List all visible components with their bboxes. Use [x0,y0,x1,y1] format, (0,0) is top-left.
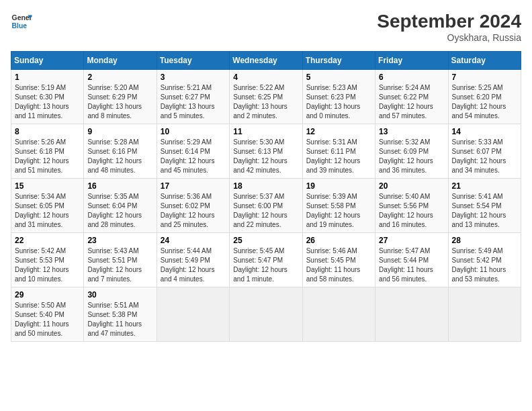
day-info: Sunrise: 5:46 AMSunset: 5:45 PMDaylight:… [306,246,371,284]
col-sunday: Sunday [11,52,84,70]
day-number: 22 [15,236,80,245]
page-header: General Blue September 2024 Oyskhara, Ru… [11,11,521,43]
table-row: 27Sunrise: 5:47 AMSunset: 5:44 PMDayligh… [375,233,448,287]
day-info: Sunrise: 5:40 AMSunset: 5:56 PMDaylight:… [379,192,444,230]
table-row: 18Sunrise: 5:37 AMSunset: 6:00 PMDayligh… [230,179,302,233]
table-row: 28Sunrise: 5:49 AMSunset: 5:42 PMDayligh… [448,233,521,287]
day-number: 19 [306,181,371,191]
table-row: 25Sunrise: 5:45 AMSunset: 5:47 PMDayligh… [230,233,302,287]
calendar-table: Sunday Monday Tuesday Wednesday Thursday… [11,51,521,342]
day-info: Sunrise: 5:33 AMSunset: 6:07 PMDaylight:… [452,138,517,175]
calendar-week-5: 29Sunrise: 5:50 AMSunset: 5:40 PMDayligh… [11,287,521,342]
calendar-week-1: 1Sunrise: 5:19 AMSunset: 6:30 PMDaylight… [11,70,521,124]
table-row: 17Sunrise: 5:36 AMSunset: 6:02 PMDayligh… [157,179,229,233]
col-saturday: Saturday [448,52,521,70]
day-info: Sunrise: 5:49 AMSunset: 5:42 PMDaylight:… [452,246,517,284]
day-number: 23 [87,236,152,245]
calendar-week-3: 15Sunrise: 5:34 AMSunset: 6:05 PMDayligh… [11,179,521,233]
table-row [302,287,375,342]
day-number: 21 [452,181,517,191]
day-number: 5 [306,73,371,82]
col-tuesday: Tuesday [157,52,229,70]
day-info: Sunrise: 5:28 AMSunset: 6:16 PMDaylight:… [87,138,152,175]
table-row: 2Sunrise: 5:20 AMSunset: 6:29 PMDaylight… [84,70,157,124]
table-row: 8Sunrise: 5:26 AMSunset: 6:18 PMDaylight… [11,124,84,179]
table-row: 30Sunrise: 5:51 AMSunset: 5:38 PMDayligh… [84,287,157,342]
table-row: 9Sunrise: 5:28 AMSunset: 6:16 PMDaylight… [84,124,157,179]
table-row: 12Sunrise: 5:31 AMSunset: 6:11 PMDayligh… [302,124,375,179]
table-row: 3Sunrise: 5:21 AMSunset: 6:27 PMDaylight… [157,70,229,124]
table-row: 22Sunrise: 5:42 AMSunset: 5:53 PMDayligh… [11,233,84,287]
table-row: 13Sunrise: 5:32 AMSunset: 6:09 PMDayligh… [375,124,448,179]
day-number: 26 [306,236,371,245]
day-info: Sunrise: 5:22 AMSunset: 6:25 PMDaylight:… [233,83,298,121]
day-number: 15 [15,181,80,191]
table-row: 21Sunrise: 5:41 AMSunset: 5:54 PMDayligh… [448,179,521,233]
day-info: Sunrise: 5:45 AMSunset: 5:47 PMDaylight:… [233,246,298,284]
calendar-week-4: 22Sunrise: 5:42 AMSunset: 5:53 PMDayligh… [11,233,521,287]
day-number: 3 [161,73,226,82]
day-info: Sunrise: 5:37 AMSunset: 6:00 PMDaylight:… [233,192,298,230]
table-row [157,287,229,342]
day-number: 17 [161,181,226,191]
day-info: Sunrise: 5:21 AMSunset: 6:27 PMDaylight:… [161,83,226,121]
table-row: 19Sunrise: 5:39 AMSunset: 5:58 PMDayligh… [302,179,375,233]
day-number: 27 [379,236,444,245]
day-number: 9 [87,127,152,136]
day-info: Sunrise: 5:30 AMSunset: 6:13 PMDaylight:… [233,138,298,175]
day-info: Sunrise: 5:26 AMSunset: 6:18 PMDaylight:… [15,138,80,175]
month-title: September 2024 [377,11,521,32]
table-row: 16Sunrise: 5:35 AMSunset: 6:04 PMDayligh… [84,179,157,233]
calendar-week-2: 8Sunrise: 5:26 AMSunset: 6:18 PMDaylight… [11,124,521,179]
table-row: 15Sunrise: 5:34 AMSunset: 6:05 PMDayligh… [11,179,84,233]
day-info: Sunrise: 5:24 AMSunset: 6:22 PMDaylight:… [379,83,444,121]
day-number: 10 [161,127,226,136]
day-number: 30 [87,290,152,300]
table-row: 1Sunrise: 5:19 AMSunset: 6:30 PMDaylight… [11,70,84,124]
col-friday: Friday [375,52,448,70]
day-number: 2 [87,73,152,82]
day-info: Sunrise: 5:29 AMSunset: 6:14 PMDaylight:… [161,138,226,175]
table-row: 29Sunrise: 5:50 AMSunset: 5:40 PMDayligh… [11,287,84,342]
day-number: 20 [379,181,444,191]
table-row: 4Sunrise: 5:22 AMSunset: 6:25 PMDaylight… [230,70,302,124]
day-info: Sunrise: 5:19 AMSunset: 6:30 PMDaylight:… [15,83,80,121]
table-row: 14Sunrise: 5:33 AMSunset: 6:07 PMDayligh… [448,124,521,179]
day-number: 16 [87,181,152,191]
day-number: 11 [233,127,298,136]
day-info: Sunrise: 5:42 AMSunset: 5:53 PMDaylight:… [15,246,80,284]
title-block: September 2024 Oyskhara, Russia [377,11,521,43]
day-number: 7 [452,73,517,82]
day-number: 4 [233,73,298,82]
day-info: Sunrise: 5:23 AMSunset: 6:23 PMDaylight:… [306,83,371,121]
table-row: 10Sunrise: 5:29 AMSunset: 6:14 PMDayligh… [157,124,229,179]
logo-icon: General Blue [11,11,32,32]
day-number: 1 [15,73,80,82]
day-number: 24 [161,236,226,245]
table-row [230,287,302,342]
day-info: Sunrise: 5:20 AMSunset: 6:29 PMDaylight:… [87,83,152,121]
day-number: 25 [233,236,298,245]
day-info: Sunrise: 5:34 AMSunset: 6:05 PMDaylight:… [15,192,80,230]
table-row: 6Sunrise: 5:24 AMSunset: 6:22 PMDaylight… [375,70,448,124]
day-number: 12 [306,127,371,136]
svg-text:Blue: Blue [12,22,28,30]
table-row [448,287,521,342]
table-row: 5Sunrise: 5:23 AMSunset: 6:23 PMDaylight… [302,70,375,124]
logo: General Blue [11,11,32,32]
day-number: 6 [379,73,444,82]
col-thursday: Thursday [302,52,375,70]
location-subtitle: Oyskhara, Russia [377,32,521,43]
day-number: 14 [452,127,517,136]
day-info: Sunrise: 5:25 AMSunset: 6:20 PMDaylight:… [452,83,517,121]
day-info: Sunrise: 5:35 AMSunset: 6:04 PMDaylight:… [87,192,152,230]
day-info: Sunrise: 5:36 AMSunset: 6:02 PMDaylight:… [161,192,226,230]
table-row: 23Sunrise: 5:43 AMSunset: 5:51 PMDayligh… [84,233,157,287]
day-info: Sunrise: 5:31 AMSunset: 6:11 PMDaylight:… [306,138,371,175]
table-row: 24Sunrise: 5:44 AMSunset: 5:49 PMDayligh… [157,233,229,287]
day-info: Sunrise: 5:47 AMSunset: 5:44 PMDaylight:… [379,246,444,284]
day-number: 13 [379,127,444,136]
table-row: 26Sunrise: 5:46 AMSunset: 5:45 PMDayligh… [302,233,375,287]
day-info: Sunrise: 5:43 AMSunset: 5:51 PMDaylight:… [87,246,152,284]
day-info: Sunrise: 5:41 AMSunset: 5:54 PMDaylight:… [452,192,517,230]
